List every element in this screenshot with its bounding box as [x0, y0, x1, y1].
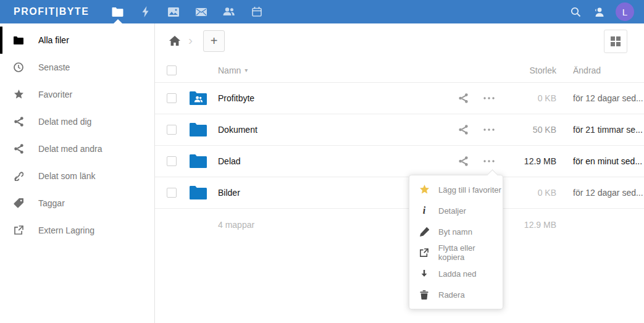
menu-item-download[interactable]: Ladda ned — [409, 263, 503, 284]
breadcrumb-separator: › — [188, 33, 193, 48]
menu-item-details[interactable]: i Detaljer — [409, 200, 503, 221]
sidebar-item-favorites[interactable]: Favoriter — [0, 81, 154, 108]
sidebar-item-external-storage[interactable]: Extern Lagring — [0, 217, 154, 244]
row-checkbox[interactable] — [167, 188, 177, 198]
link-icon — [13, 171, 24, 181]
move-icon — [419, 248, 430, 258]
sidebar-item-label: Delat med andra — [38, 144, 102, 154]
more-actions-button[interactable] — [475, 128, 503, 131]
file-list-header: Namn ▾ Storlek Ändrad — [155, 58, 644, 83]
ellipsis-icon — [483, 128, 495, 131]
share-button[interactable] — [451, 125, 475, 135]
pencil-icon — [419, 227, 430, 237]
menu-item-rename[interactable]: Byt namn — [409, 221, 503, 242]
file-row[interactable]: Profitbyte 0 KB för 12 dagar sed... — [155, 83, 644, 114]
lightning-icon — [141, 6, 150, 17]
file-size: 50 KB — [503, 125, 556, 135]
file-actions-menu: Lägg till i favoriter i Detaljer Byt nam… — [409, 175, 503, 309]
app-activity[interactable] — [132, 0, 159, 23]
file-size: 0 KB — [503, 188, 556, 198]
image-icon — [168, 7, 179, 17]
select-all-checkbox[interactable] — [167, 65, 177, 75]
app-calendar[interactable] — [243, 0, 270, 23]
files-main: › + Namn ▾ Storlek Ändrad — [155, 23, 644, 323]
download-icon — [419, 269, 430, 278]
column-modified-header[interactable]: Ändrad — [573, 65, 644, 75]
user-icon — [594, 7, 604, 17]
total-size: 12.9 MB — [503, 220, 556, 230]
column-name-header[interactable]: Namn — [218, 65, 241, 75]
app-logo[interactable]: PROFIT|BYTE — [14, 6, 89, 17]
tag-icon — [13, 198, 24, 208]
file-row[interactable]: Bilder 0 KB för 12 dagar sed... — [155, 177, 644, 209]
search-button[interactable] — [564, 0, 587, 23]
column-size-header[interactable]: Storlek — [503, 65, 556, 75]
more-actions-button[interactable] — [475, 160, 503, 162]
app-mail[interactable] — [187, 0, 215, 23]
grid-view-icon — [611, 36, 621, 46]
share-button[interactable] — [451, 93, 475, 103]
files-controls: › + — [155, 23, 644, 58]
menu-item-label: Flytta eller kopiera — [438, 243, 503, 262]
share-icon — [459, 125, 468, 135]
ellipsis-icon — [483, 97, 495, 99]
file-row[interactable]: Dokument 50 KB för 21 timmar se... — [155, 114, 644, 146]
menu-item-add-to-favorites[interactable]: Lägg till i favoriter — [409, 179, 503, 200]
sidebar-item-shared-by-link[interactable]: Delat som länk — [0, 162, 154, 190]
sidebar-item-label: Alla filer — [38, 35, 69, 45]
folder-icon — [190, 154, 207, 168]
grid-view-toggle-button[interactable] — [604, 30, 627, 53]
menu-item-delete[interactable]: Radera — [409, 284, 503, 305]
calendar-icon — [252, 7, 262, 17]
row-checkbox[interactable] — [167, 125, 177, 135]
row-checkbox[interactable] — [167, 93, 177, 103]
sidebar-item-label: Extern Lagring — [38, 225, 94, 235]
new-file-button[interactable]: + — [203, 30, 225, 52]
sidebar-item-shared-with-others[interactable]: Delat med andra — [0, 135, 154, 162]
contacts-menu-button[interactable] — [587, 0, 611, 23]
sidebar-item-label: Delat som länk — [38, 171, 96, 181]
sidebar-item-all-files[interactable]: Alla filer — [0, 27, 154, 54]
file-modified: för 12 dagar sed... — [573, 188, 644, 198]
menu-item-label: Byt namn — [438, 227, 472, 237]
folder-icon — [112, 7, 123, 17]
share-icon — [13, 117, 24, 127]
breadcrumb-home-button[interactable] — [161, 28, 188, 53]
app-contacts[interactable] — [215, 0, 243, 23]
file-name[interactable]: Delad — [213, 156, 451, 166]
sort-caret-icon[interactable]: ▾ — [245, 67, 248, 73]
sidebar-item-label: Senaste — [38, 62, 70, 72]
ellipsis-icon — [483, 160, 495, 162]
folder-icon — [13, 36, 24, 44]
file-modified: för 21 timmar se... — [573, 125, 644, 135]
file-row[interactable]: Delad 12.9 MB för en minut sed... — [155, 146, 644, 177]
menu-item-label: Lägg till i favoriter — [438, 185, 501, 195]
row-checkbox[interactable] — [167, 156, 177, 166]
envelope-icon — [196, 8, 207, 16]
app-files[interactable] — [104, 0, 132, 23]
sidebar-item-shared-with-you[interactable]: Delat med dig — [0, 108, 154, 135]
info-icon: i — [419, 205, 430, 216]
users-icon — [223, 7, 235, 16]
top-right-actions: L — [564, 0, 638, 23]
user-avatar[interactable]: L — [616, 2, 634, 21]
sidebar-item-recent[interactable]: Senaste — [0, 54, 154, 81]
home-icon — [169, 36, 180, 46]
file-list-summary: 4 mappar 12.9 MB — [155, 209, 644, 240]
share-button[interactable] — [451, 156, 475, 166]
file-name[interactable]: Profitbyte — [213, 93, 451, 103]
shared-folder-icon — [190, 91, 207, 105]
star-icon — [13, 90, 24, 99]
folder-icon — [190, 123, 207, 136]
share-icon — [13, 144, 24, 154]
app-menu — [104, 0, 270, 23]
app-gallery[interactable] — [159, 0, 187, 23]
file-name[interactable]: Dokument — [213, 125, 451, 135]
sidebar-item-tags[interactable]: Taggar — [0, 190, 154, 217]
trash-icon — [419, 290, 430, 300]
menu-item-move-or-copy[interactable]: Flytta eller kopiera — [409, 242, 503, 263]
file-size: 12.9 MB — [503, 156, 556, 166]
more-actions-button[interactable] — [475, 97, 503, 99]
share-icon — [459, 93, 468, 103]
search-icon — [571, 7, 581, 17]
